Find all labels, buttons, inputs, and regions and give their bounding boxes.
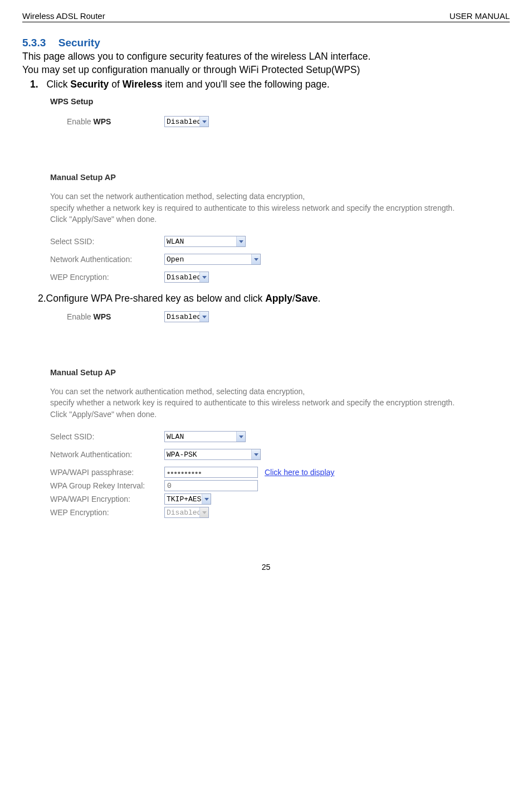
select-ssid-value-2: WLAN xyxy=(165,433,236,441)
select-ssid-value: WLAN xyxy=(165,238,236,246)
step-1-text-pre: Click xyxy=(46,79,70,90)
enable-wps-value: Disabled xyxy=(165,118,199,126)
wep-encryption-value-2: Disabled xyxy=(165,509,199,517)
passphrase-value: •••••••••• xyxy=(167,468,202,477)
step-1-mid: of xyxy=(109,79,122,90)
select-ssid-dropdown-2[interactable]: WLAN xyxy=(164,431,246,442)
step-2-pre: 2.Configure WPA Pre-shared key as below … xyxy=(38,293,265,304)
section-number: 5.3.3 xyxy=(22,37,46,49)
enable-wps-label-2: Enable WPS xyxy=(67,312,164,321)
chevron-down-icon xyxy=(199,272,208,282)
wep-encryption-label-2: WEP Encryption: xyxy=(50,508,164,517)
header-left: Wireless ADSL Router xyxy=(22,11,105,21)
page-number: 25 xyxy=(22,563,510,572)
network-auth-label: Network Authentication: xyxy=(50,255,164,264)
step-2-apply: Apply xyxy=(265,293,292,304)
enable-wps-select[interactable]: Disabled xyxy=(164,116,209,127)
wep-encryption-dropdown-2: Disabled xyxy=(164,507,209,518)
display-passphrase-link[interactable]: Click here to display xyxy=(265,468,334,477)
enable-wps-select-2[interactable]: Disabled xyxy=(164,311,209,322)
network-auth-dropdown[interactable]: Open xyxy=(164,254,261,265)
enable-wps-value-2: Disabled xyxy=(165,313,199,321)
wps-setup-heading: WPS Setup xyxy=(50,97,510,106)
step-1-security: Security xyxy=(70,79,109,90)
wpa-encryption-label: WPA/WAPI Encryption: xyxy=(50,495,164,503)
svg-marker-8 xyxy=(202,511,207,514)
network-auth-label-2: Network Authentication: xyxy=(50,450,164,459)
rekey-interval-input[interactable]: 0 xyxy=(164,480,258,491)
screenshot-panel-2: Enable WPS Disabled Manual Setup AP You … xyxy=(50,311,510,518)
step-1-wireless: Wireless xyxy=(123,79,163,90)
network-auth-value: Open xyxy=(165,255,251,264)
svg-marker-6 xyxy=(254,453,258,456)
intro-line-1: This page allows you to configure securi… xyxy=(22,50,510,64)
wep-encryption-dropdown[interactable]: Disabled xyxy=(164,272,209,283)
select-ssid-label-2: Select SSID: xyxy=(50,432,164,441)
step-1: 1. Click Security of Wireless item and y… xyxy=(30,79,510,90)
step-1-post: item and you'll see the following page. xyxy=(163,79,330,90)
network-auth-value-2: WPA-PSK xyxy=(165,451,251,459)
step-2-post: . xyxy=(318,293,321,304)
page-header: Wireless ADSL Router USER MANUAL xyxy=(22,11,510,22)
passphrase-label: WPA/WAPI passphrase: xyxy=(50,468,164,477)
header-right: USER MANUAL xyxy=(450,11,510,21)
chevron-down-icon xyxy=(236,236,245,246)
wep-encryption-label: WEP Encryption: xyxy=(50,273,164,282)
chevron-down-icon xyxy=(199,312,208,322)
svg-marker-3 xyxy=(202,276,207,279)
enable-wps-label: Enable WPS xyxy=(67,117,164,126)
intro-text: This page allows you to configure securi… xyxy=(22,50,510,76)
manual-setup-heading: Manual Setup AP xyxy=(50,173,510,182)
step-2-save: Save xyxy=(295,293,318,304)
chevron-down-icon xyxy=(199,507,208,517)
manual-setup-description-2: You can set the network authentication m… xyxy=(50,386,510,420)
manual-setup-heading-2: Manual Setup AP xyxy=(50,368,510,377)
passphrase-input[interactable]: •••••••••• xyxy=(164,467,258,478)
wpa-encryption-dropdown[interactable]: TKIP+AES xyxy=(164,493,211,505)
svg-marker-4 xyxy=(202,316,207,318)
wep-encryption-value: Disabled xyxy=(165,273,199,282)
network-auth-dropdown-2[interactable]: WPA-PSK xyxy=(164,449,261,460)
section-title: Security xyxy=(58,37,100,49)
svg-marker-7 xyxy=(204,498,209,501)
svg-marker-5 xyxy=(239,435,243,438)
rekey-interval-label: WPA Group Rekey Interval: xyxy=(50,481,164,490)
chevron-down-icon xyxy=(202,494,211,504)
svg-marker-0 xyxy=(202,120,207,123)
select-ssid-dropdown[interactable]: WLAN xyxy=(164,236,246,247)
chevron-down-icon xyxy=(199,117,208,127)
select-ssid-label: Select SSID: xyxy=(50,237,164,246)
chevron-down-icon xyxy=(251,449,260,459)
svg-marker-2 xyxy=(254,258,258,261)
wpa-encryption-value: TKIP+AES xyxy=(165,495,202,503)
section-heading: 5.3.3 Security xyxy=(22,37,510,49)
chevron-down-icon xyxy=(236,432,245,442)
manual-setup-description: You can set the network authentication m… xyxy=(50,191,510,225)
intro-line-2: You may set up configuration manually or… xyxy=(22,64,510,77)
step-2: 2.Configure WPA Pre-shared key as below … xyxy=(38,293,510,304)
chevron-down-icon xyxy=(251,254,260,264)
rekey-interval-value: 0 xyxy=(167,482,172,490)
screenshot-panel-1: WPS Setup Enable WPS Disabled Manual Set… xyxy=(50,97,510,283)
step-1-number: 1. xyxy=(30,79,38,90)
svg-marker-1 xyxy=(239,240,243,243)
